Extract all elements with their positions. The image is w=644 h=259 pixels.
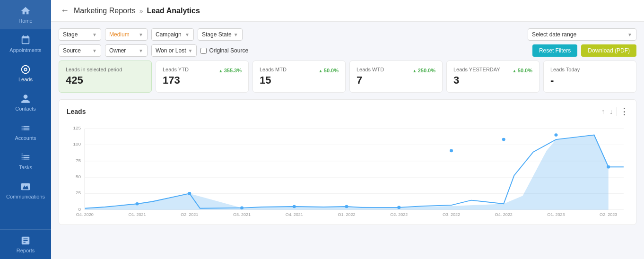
sidebar-item-accounts[interactable]: Accounts <box>0 117 51 147</box>
chart-down-button[interactable]: ↓ <box>609 107 614 116</box>
svg-text:Q2, 2023: Q2, 2023 <box>600 212 617 216</box>
svg-text:Q3, 2022: Q3, 2022 <box>443 212 460 216</box>
svg-point-15 <box>240 207 244 210</box>
metric-label: Leads MTD <box>260 67 287 72</box>
svg-point-19 <box>450 149 453 153</box>
svg-point-20 <box>502 138 505 141</box>
sidebar-item-label: Tasks <box>19 164 32 170</box>
reset-filters-button[interactable]: Reset Filters <box>532 44 577 57</box>
owner-filter[interactable]: Owner ▼ <box>105 44 148 57</box>
sidebar-item-reports[interactable]: Reports <box>0 229 51 259</box>
content-area: Stage ▼ Medium ▼ Campaign ▼ Stage State … <box>51 22 644 259</box>
metric-header: Leads MTD 50.0% <box>260 67 339 74</box>
calendar-icon <box>20 35 31 45</box>
chart-header: Leads ↑ ↓ ⋮ <box>67 106 628 117</box>
svg-point-13 <box>135 202 139 206</box>
metric-label: Leads WTD <box>357 67 384 72</box>
svg-text:25: 25 <box>76 190 81 196</box>
sidebar-item-communications[interactable]: Communications <box>0 176 51 205</box>
svg-point-22 <box>607 165 610 169</box>
metric-value: 425 <box>66 74 145 86</box>
tasks-icon <box>20 152 31 163</box>
won-or-lost-filter[interactable]: Won or Lost ▼ <box>151 44 197 57</box>
sidebar-item-label: Appointments <box>9 47 41 53</box>
sidebar-item-label: Home <box>18 18 32 24</box>
filter-actions: Reset Filters Download (PDF) <box>532 44 636 57</box>
svg-text:0: 0 <box>78 207 81 212</box>
accounts-icon <box>20 123 31 133</box>
sidebar-item-leads[interactable]: Leads <box>0 59 51 88</box>
metric-header: Leads WTD 250.0% <box>357 67 435 74</box>
stage-state-filter[interactable]: Stage State ▼ <box>198 28 243 41</box>
filter-row-1: Stage ▼ Medium ▼ Campaign ▼ Stage State … <box>59 28 636 41</box>
sidebar-item-tasks[interactable]: Tasks <box>0 147 51 176</box>
original-source-checkbox[interactable]: Original Source <box>200 47 248 54</box>
chart-more-button[interactable]: ⋮ <box>620 106 628 117</box>
arrow-icon: ▼ <box>185 32 190 37</box>
metric-label: Leads Today <box>550 67 629 72</box>
metric-header: Leads YTD 355.3% <box>163 67 242 74</box>
chart-divider <box>617 107 617 116</box>
metric-header: Leads YESTERDAY 50.0% <box>453 67 532 74</box>
stage-filter[interactable]: Stage ▼ <box>59 28 101 41</box>
svg-point-16 <box>293 205 296 208</box>
download-pdf-button[interactable]: Download (PDF) <box>581 44 636 57</box>
medium-filter[interactable]: Medium ▼ <box>105 28 148 41</box>
svg-text:Q2, 2022: Q2, 2022 <box>390 212 408 216</box>
leads-chart: 0 25 50 75 100 125 <box>67 121 628 216</box>
chart-up-button[interactable]: ↑ <box>600 107 606 116</box>
sidebar-item-home[interactable]: Home <box>0 0 51 29</box>
metric-label: Leads YTD <box>163 67 189 72</box>
svg-text:Q4, 2021: Q4, 2021 <box>286 212 303 216</box>
sidebar-item-label: Leads <box>18 77 33 82</box>
svg-text:75: 75 <box>76 158 81 163</box>
arrow-icon: ▼ <box>188 48 192 53</box>
svg-text:Q4, 2020: Q4, 2020 <box>76 212 94 216</box>
sidebar: Home Appointments Leads Contacts Account… <box>0 0 51 259</box>
date-range-filter[interactable]: Select date range ▼ <box>528 28 636 41</box>
chart-title: Leads <box>67 108 86 115</box>
metric-card-ytd: Leads YTD 355.3% 173 <box>156 60 249 93</box>
metric-label: Leads YESTERDAY <box>453 67 500 72</box>
metric-card-mtd: Leads MTD 50.0% 15 <box>252 60 346 93</box>
main-content: ← Marketing Reports » Lead Analytics Sta… <box>51 0 644 259</box>
arrow-icon: ▼ <box>139 32 143 37</box>
chart-container: 0 25 50 75 100 125 <box>67 121 628 218</box>
svg-text:125: 125 <box>73 125 81 130</box>
svg-point-14 <box>188 192 191 195</box>
sidebar-item-label: Reports <box>17 248 35 253</box>
svg-text:Q4, 2022: Q4, 2022 <box>495 212 513 216</box>
svg-point-18 <box>397 206 400 209</box>
metric-change: 250.0% <box>412 68 435 73</box>
breadcrumb-parent: Marketing Reports <box>74 7 136 15</box>
arrow-icon: ▼ <box>234 32 238 37</box>
target-icon <box>20 64 31 75</box>
metric-card-selected-period: Leads in selected period 425 <box>59 60 152 93</box>
sidebar-item-label: Accounts <box>15 135 36 141</box>
back-button[interactable]: ← <box>61 6 69 16</box>
breadcrumb-separator: » <box>139 7 143 15</box>
source-filter[interactable]: Source ▼ <box>59 44 101 57</box>
campaign-filter[interactable]: Campaign ▼ <box>151 28 194 41</box>
metric-card-wtd: Leads WTD 250.0% 7 <box>349 60 443 93</box>
arrow-icon: ▼ <box>92 48 97 53</box>
arrow-icon: ▼ <box>627 32 632 37</box>
svg-point-21 <box>554 133 557 137</box>
metric-value: 15 <box>260 74 339 86</box>
svg-text:50: 50 <box>76 174 81 179</box>
metric-value: 173 <box>163 74 242 86</box>
sidebar-item-appointments[interactable]: Appointments <box>0 29 51 59</box>
svg-text:Q1, 2022: Q1, 2022 <box>338 212 355 216</box>
metric-change: 50.0% <box>318 68 339 73</box>
metric-change: 355.3% <box>218 68 242 73</box>
arrow-icon: ▼ <box>139 48 143 53</box>
sidebar-item-label: Contacts <box>15 106 35 112</box>
original-source-input[interactable] <box>200 48 207 54</box>
metrics-row: Leads in selected period 425 Leads YTD 3… <box>59 60 636 93</box>
communications-icon <box>20 181 31 192</box>
svg-text:Q3, 2021: Q3, 2021 <box>233 212 251 216</box>
sidebar-item-contacts[interactable]: Contacts <box>0 88 51 117</box>
metric-value: - <box>550 74 629 86</box>
breadcrumb: Marketing Reports » Lead Analytics <box>74 7 200 15</box>
sidebar-item-label: Communications <box>6 194 45 199</box>
